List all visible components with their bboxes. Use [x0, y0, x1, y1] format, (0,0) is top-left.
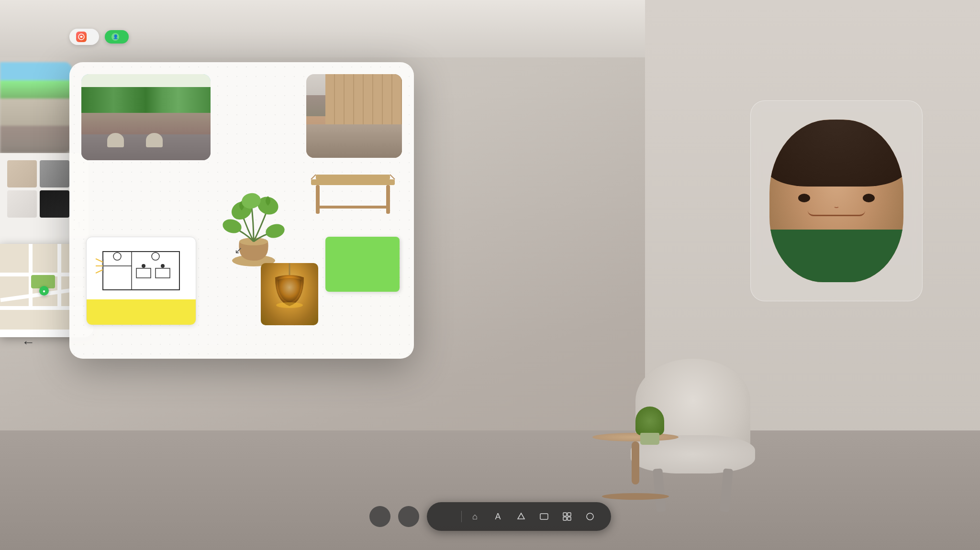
plant-svg: [213, 165, 294, 270]
shared-pill[interactable]: 👤: [105, 30, 129, 44]
svg-rect-8: [311, 179, 395, 185]
svg-rect-10: [386, 185, 390, 214]
floor: [0, 430, 980, 550]
map-road: [57, 244, 61, 308]
solar-study-label: [87, 299, 196, 325]
wall-plants: [81, 87, 211, 113]
sketch-drawing: [87, 237, 196, 299]
bottom-toolbar-area: ⌂ A: [0, 502, 980, 531]
shapes-tool-button[interactable]: [512, 507, 531, 526]
grid-icon: [563, 512, 571, 521]
material-sample-3: [7, 190, 37, 218]
rectangle-tool-button[interactable]: [535, 507, 554, 526]
pendant-svg: [261, 263, 318, 325]
svg-rect-9: [316, 185, 320, 214]
person-nose: [834, 201, 839, 208]
outdoor-photo: [0, 62, 72, 153]
svg-point-22: [142, 264, 145, 268]
svg-point-23: [161, 264, 165, 268]
table-plant: [635, 407, 664, 445]
photo-chair: [146, 133, 163, 147]
sticky-text: [332, 243, 393, 270]
whiteboard[interactable]: ↙: [69, 62, 414, 359]
svg-marker-30: [518, 513, 524, 519]
material-sample-4: [40, 190, 69, 218]
green-sticky-note: [325, 237, 400, 292]
svg-rect-34: [563, 517, 567, 520]
material-sample-2: [40, 160, 69, 187]
svg-point-29: [276, 302, 303, 308]
curved-arrow: ↙: [234, 244, 243, 256]
svg-point-18: [113, 253, 121, 260]
svg-rect-33: [568, 513, 571, 516]
breadcrumb-pill[interactable]: [69, 29, 99, 45]
svg-rect-15: [103, 252, 179, 290]
svg-rect-35: [568, 517, 571, 520]
pendant-lamp-photo: [261, 263, 318, 325]
back-button[interactable]: [369, 506, 390, 527]
grid-tool-button[interactable]: [557, 507, 577, 526]
text-tool-button[interactable]: A: [489, 507, 508, 526]
home-tool-button[interactable]: ⌂: [466, 507, 485, 526]
svg-rect-11: [318, 206, 388, 209]
person-hair: [769, 120, 903, 187]
eye-right: [863, 194, 875, 202]
toolbar-separator: [461, 511, 462, 522]
svg-rect-14: [316, 175, 390, 179]
material-grid: [7, 160, 69, 218]
person-smile: [808, 210, 865, 216]
app-icon: [76, 32, 87, 42]
svg-point-7: [264, 222, 286, 240]
table-svg: [306, 165, 400, 225]
person-shirt: [769, 230, 903, 282]
svg-rect-20: [136, 268, 151, 278]
material-sample-1: [7, 160, 37, 187]
corridor-photo: [306, 74, 402, 158]
map-location-pin: ●: [39, 286, 49, 296]
office-sketch-svg: [93, 242, 189, 295]
outdoor-photo-card: [0, 62, 72, 153]
plant-illustration-card: ↙: [213, 165, 294, 270]
whiteboard-content: ↙: [79, 72, 404, 349]
svg-line-25: [96, 259, 103, 262]
job-site-area: ←: [22, 335, 35, 352]
svg-point-19: [152, 253, 159, 260]
person-avatar-panel: [750, 100, 923, 301]
svg-line-13: [390, 175, 395, 179]
photo-chair: [107, 133, 124, 147]
solar-study-card: [86, 237, 196, 325]
svg-rect-32: [563, 513, 567, 516]
table-illustration-card: [306, 165, 400, 225]
svg-point-6: [221, 217, 243, 235]
job-site-arrow: ←: [22, 335, 35, 350]
person-face: [769, 120, 903, 282]
svg-line-27: [96, 270, 103, 273]
main-toolbar: ⌂ A: [427, 502, 611, 531]
rectangle-icon: [540, 513, 548, 520]
corridor-steps: [306, 124, 402, 158]
svg-rect-21: [156, 268, 170, 278]
pendant-bg: [261, 263, 318, 325]
table-leg: [632, 441, 639, 484]
svg-rect-31: [540, 514, 548, 519]
circle-tool-button[interactable]: [580, 507, 600, 526]
green-wall-bg: [81, 74, 211, 160]
eye-left: [798, 194, 810, 202]
green-wall-photo: [81, 74, 211, 160]
forward-button[interactable]: [398, 506, 419, 527]
svg-line-12: [311, 175, 316, 179]
top-bar: 👤: [69, 29, 129, 45]
plant-pot: [640, 433, 659, 445]
svg-point-36: [587, 513, 593, 520]
plant-leaves: [635, 407, 664, 435]
shapes-icon: [517, 512, 525, 521]
circle-icon: [586, 512, 594, 521]
wood-panels: [325, 74, 402, 124]
corridor-bg: [306, 74, 402, 158]
table-base: [602, 493, 669, 500]
share-icon: 👤: [111, 33, 119, 41]
